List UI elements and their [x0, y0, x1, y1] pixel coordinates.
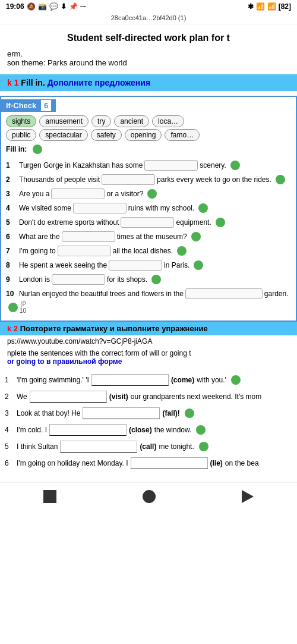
pin-icon: 📌 [69, 2, 78, 11]
blank-7[interactable] [58, 246, 111, 256]
table-row: 8 He spent a week seeing the in Paris. [6, 258, 291, 272]
fill-in-label: Fill in: [6, 145, 27, 153]
bottom-nav [0, 482, 297, 510]
more-icon: ··· [80, 2, 86, 11]
if-check-container: lf-Check 6 sights amusement try ancient … [0, 96, 297, 322]
word-spectacular: spectacular [39, 129, 87, 141]
green-dot-10 [8, 303, 18, 312]
word-try: try [91, 115, 111, 127]
green-dot-fill [33, 144, 42, 154]
green-dot-9 [151, 275, 161, 284]
task2-exercises: 1 'I'm going swimming.' 'I (come) with y… [0, 369, 297, 476]
blank-1[interactable] [144, 160, 198, 171]
lesson-theme: son theme: Parks around the world [7, 58, 290, 67]
url-text: 28ca0cc41a…2bf42d0 (1) [111, 14, 187, 21]
word-public: public [6, 129, 36, 141]
input-3[interactable] [83, 407, 160, 419]
word-bank: sights amusement try ancient loca… [1, 112, 296, 129]
table-row: 10 Nurlan enjoyed the beautiful trees an… [6, 287, 291, 316]
blank-5[interactable] [121, 217, 174, 228]
battery: [82] [279, 2, 291, 11]
blank-10[interactable] [185, 288, 263, 299]
task1-header: k 1 Fill in. Дополните предложения [0, 74, 297, 91]
if-check-number: 6 [41, 100, 51, 111]
task2-russian: or going to в правильной форме [7, 357, 290, 366]
table-row: 7 I'm going to all the local dishes. [6, 244, 291, 258]
green-dot-t2-3 [185, 409, 194, 418]
list-item: 1 'I'm going swimming.' 'I (come) with y… [5, 372, 292, 388]
status-right: ✱ 📶 📶 [82] [248, 2, 291, 11]
signal-icon: 📶 [256, 2, 265, 11]
word-safety: safety [91, 129, 122, 141]
task2-instruction-text: nplete the sentences with the correct fo… [7, 349, 290, 357]
task1-number: k 1 [7, 78, 18, 87]
green-dot-t2-1 [231, 375, 241, 385]
bluetooth-icon: ✱ [248, 2, 254, 11]
green-dot-8 [194, 260, 203, 270]
blank-8[interactable] [109, 260, 162, 271]
blank-6[interactable] [62, 231, 115, 242]
term-label: erm. [7, 49, 290, 58]
input-1[interactable] [91, 374, 169, 386]
input-6[interactable] [131, 457, 208, 469]
nav-back-icon[interactable] [242, 490, 254, 503]
word-opening: opening [125, 129, 162, 141]
wifi-icon: 📶 [267, 2, 276, 11]
word-sights: sights [6, 115, 36, 127]
table-row: 1 Turgen Gorge in Kazakhstan has some sc… [6, 158, 291, 172]
term-info: erm. son theme: Parks around the world [0, 47, 297, 70]
green-dot-1 [230, 161, 240, 170]
task1-russian: Дополните предложения [48, 78, 150, 87]
blank-2[interactable] [102, 174, 155, 185]
exercise-list: 1 Turgen Gorge in Kazakhstan has some sc… [1, 156, 296, 321]
blank-9[interactable] [52, 274, 105, 285]
green-dot-3 [147, 189, 157, 199]
fill-in-row: Fill in: [1, 143, 296, 156]
word-local: loca… [152, 115, 184, 127]
list-item: 4 I'm cold. I (close) the window. [5, 422, 292, 438]
time: 19:06 [6, 2, 24, 11]
green-dot-t2-4 [196, 425, 206, 435]
green-dot-t2-5 [199, 442, 208, 451]
blank-4[interactable] [73, 203, 127, 213]
green-dot-5 [216, 218, 225, 227]
page-title: Student self-directed work plan for t [0, 24, 297, 47]
nav-circle-icon[interactable] [143, 490, 156, 503]
task2-header: k 2 Повторите грамматику и выполните упр… [0, 322, 297, 335]
if-check-label: lf-Check 6 [1, 99, 56, 112]
task2-link[interactable]: ps://www.youtube.com/watch?v=GCjP8-jiAGA [0, 335, 297, 347]
green-dot-2 [276, 175, 285, 184]
task2-number: k 2 [7, 324, 18, 333]
url-bar: 28ca0cc41a…2bf42d0 (1) [0, 13, 297, 24]
input-4[interactable] [49, 424, 127, 436]
input-5[interactable] [60, 441, 137, 453]
green-dot-6 [191, 232, 201, 241]
word-famous: famo… [165, 129, 200, 141]
green-dot-4 [198, 203, 208, 213]
notification-icon: 🔕 [27, 2, 36, 11]
task2-instruction: nplete the sentences with the correct fo… [0, 347, 297, 369]
green-dot-7 [177, 246, 187, 256]
status-left: 19:06 🔕 📸 💬 ⬇ 📌 ··· [6, 2, 86, 11]
word-ancient: ancient [114, 115, 149, 127]
table-row: 5 Don't do extreme sports without equipm… [6, 215, 291, 230]
word-bank-row2: public spectacular safety opening famo… [1, 129, 296, 143]
whatsapp-icon: 💬 [49, 2, 58, 11]
list-item: 6 I'm going on holiday next Monday. I (l… [5, 455, 292, 472]
nav-square-icon[interactable] [43, 490, 56, 503]
list-item: 2 We (visit) our grandparents next weeke… [5, 388, 292, 405]
table-row: 9 London is for its shops. [6, 272, 291, 287]
task2-label: Повторите грамматику и выполните упражне… [20, 324, 208, 333]
blank-3[interactable] [51, 189, 105, 199]
input-2[interactable] [30, 391, 107, 403]
table-row: 3 Are you a or a visitor? [6, 187, 291, 201]
word-amusement: amusement [39, 115, 89, 127]
download-icon: ⬇ [61, 2, 67, 11]
table-row: 2 Thousands of people visit parks every … [6, 172, 291, 187]
status-bar: 19:06 🔕 📸 💬 ⬇ 📌 ··· ✱ 📶 📶 [82] [0, 0, 297, 13]
list-item: 5 I think Sultan (call) me tonight. [5, 438, 292, 455]
list-item: 3 Look at that boy! He (fall)! [5, 405, 292, 422]
table-row: 4 We visited some ruins with my school. [6, 201, 291, 215]
table-row: 6 What are the times at the museum? [6, 230, 291, 244]
screenshot-icon: 📸 [38, 2, 47, 11]
